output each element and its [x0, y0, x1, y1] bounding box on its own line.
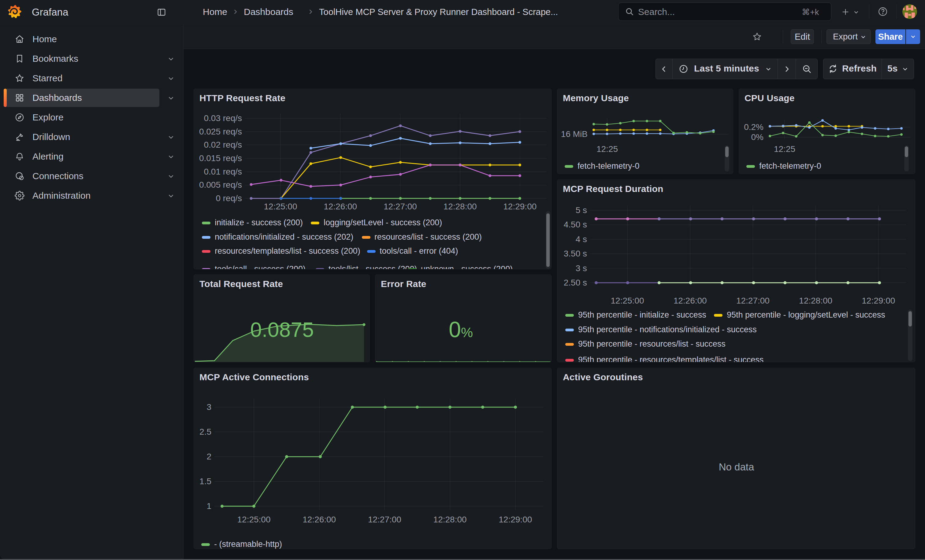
svg-text:0.025 req/s: 0.025 req/s: [199, 127, 242, 136]
svg-text:12:25:00: 12:25:00: [611, 296, 644, 305]
svg-text:0.01 req/s: 0.01 req/s: [204, 167, 242, 176]
svg-text:0 req/s: 0 req/s: [215, 194, 242, 203]
svg-text:16 MiB: 16 MiB: [561, 129, 588, 139]
svg-text:12:26:00: 12:26:00: [673, 296, 707, 305]
svg-text:1.5: 1.5: [199, 477, 211, 486]
svg-text:5 s: 5 s: [575, 206, 587, 215]
svg-text:12:29:00: 12:29:00: [503, 202, 536, 211]
svg-text:0.2%: 0.2%: [744, 122, 764, 132]
svg-text:12:26:00: 12:26:00: [324, 202, 357, 211]
svg-text:0.02 req/s: 0.02 req/s: [204, 140, 242, 150]
svg-text:12:28:00: 12:28:00: [434, 515, 467, 524]
svg-text:1: 1: [206, 501, 211, 511]
svg-text:0.015 req/s: 0.015 req/s: [199, 153, 242, 163]
svg-text:12:29:00: 12:29:00: [862, 296, 895, 305]
svg-text:0.005 req/s: 0.005 req/s: [199, 180, 242, 189]
svg-text:12:27:00: 12:27:00: [736, 296, 770, 305]
svg-text:12:28:00: 12:28:00: [443, 202, 477, 211]
svg-text:4 s: 4 s: [575, 234, 587, 244]
svg-text:12:25: 12:25: [597, 144, 618, 154]
svg-text:12:25: 12:25: [774, 144, 795, 154]
svg-text:12:29:00: 12:29:00: [499, 515, 532, 524]
svg-text:12:25:00: 12:25:00: [264, 202, 297, 211]
svg-text:3.50 s: 3.50 s: [564, 249, 587, 258]
svg-text:12:28:00: 12:28:00: [799, 296, 832, 305]
svg-text:12:27:00: 12:27:00: [368, 515, 401, 524]
svg-text:12:27:00: 12:27:00: [384, 202, 417, 211]
svg-text:2.5: 2.5: [199, 427, 211, 437]
svg-text:12:25:00: 12:25:00: [237, 515, 271, 524]
svg-text:0%: 0%: [751, 132, 764, 142]
svg-text:2: 2: [206, 452, 211, 461]
svg-text:4.50 s: 4.50 s: [564, 220, 587, 229]
svg-text:0.03 req/s: 0.03 req/s: [204, 113, 242, 123]
svg-text:3: 3: [206, 402, 211, 412]
svg-text:2.50 s: 2.50 s: [564, 278, 587, 287]
svg-text:3 s: 3 s: [575, 263, 587, 273]
svg-text:12:26:00: 12:26:00: [303, 515, 336, 524]
